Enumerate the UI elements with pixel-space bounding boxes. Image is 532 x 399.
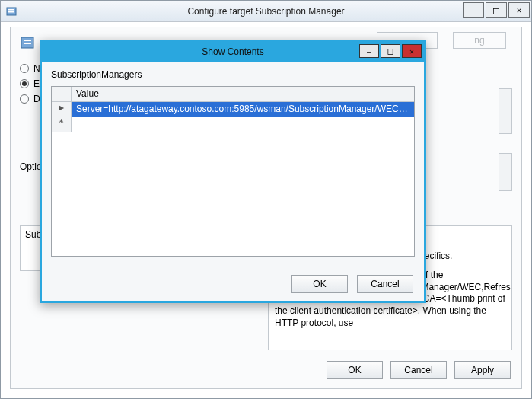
maximize-button[interactable] [486, 2, 507, 18]
parent-window-title: Configure target Subscription Manager [1, 6, 531, 17]
close-button[interactable] [508, 2, 530, 18]
parent-window-controls [463, 2, 530, 18]
value-cell[interactable] [72, 117, 414, 132]
modal-titlebar[interactable]: Show Contents [42, 42, 424, 62]
modal-window-controls [359, 44, 422, 58]
cancel-button[interactable]: Cancel [357, 275, 413, 293]
ok-button[interactable]: OK [327, 361, 383, 379]
maximize-button[interactable] [381, 44, 400, 58]
minimize-button[interactable] [463, 2, 484, 18]
radio-icon [20, 94, 29, 104]
grid-corner [52, 87, 72, 101]
next-setting-button: ng [453, 32, 506, 49]
table-row-new[interactable]: * [52, 117, 414, 132]
modal-body: SubscriptionManagers Value ▶ Server=http… [42, 62, 424, 301]
value-cell[interactable]: Server=http://atagateway.contoso.com:598… [72, 102, 414, 117]
scrollbar[interactable] [499, 153, 512, 191]
svg-rect-1 [8, 9, 14, 11]
show-contents-dialog: Show Contents SubscriptionManagers Value… [40, 40, 426, 303]
column-header-value[interactable]: Value [72, 87, 414, 101]
modal-dialog-buttons: OK Cancel [291, 275, 413, 293]
close-button[interactable] [402, 44, 422, 58]
svg-rect-4 [24, 40, 31, 41]
row-indicator-new-icon: * [52, 117, 72, 132]
minimize-button[interactable] [359, 44, 379, 58]
parent-dialog-buttons: OK Cancel Apply [327, 361, 511, 379]
policy-icon [5, 5, 18, 18]
ok-button[interactable]: OK [291, 275, 348, 293]
radio-icon [20, 79, 29, 88]
policy-icon [20, 35, 35, 53]
apply-button[interactable]: Apply [454, 361, 511, 379]
row-indicator-current-icon: ▶ [52, 102, 72, 117]
cancel-button[interactable]: Cancel [390, 361, 447, 379]
table-row[interactable]: ▶ Server=http://atagateway.contoso.com:5… [52, 102, 414, 117]
radio-icon [20, 64, 29, 73]
svg-rect-5 [24, 43, 31, 44]
svg-rect-2 [8, 11, 14, 13]
grid-header: Value [52, 87, 414, 102]
scrollbar[interactable] [499, 88, 512, 134]
subscription-managers-grid[interactable]: Value ▶ Server=http://atagateway.contoso… [51, 86, 415, 257]
grid-label: SubscriptionManagers [51, 69, 415, 80]
parent-titlebar[interactable]: Configure target Subscription Manager [1, 1, 531, 22]
